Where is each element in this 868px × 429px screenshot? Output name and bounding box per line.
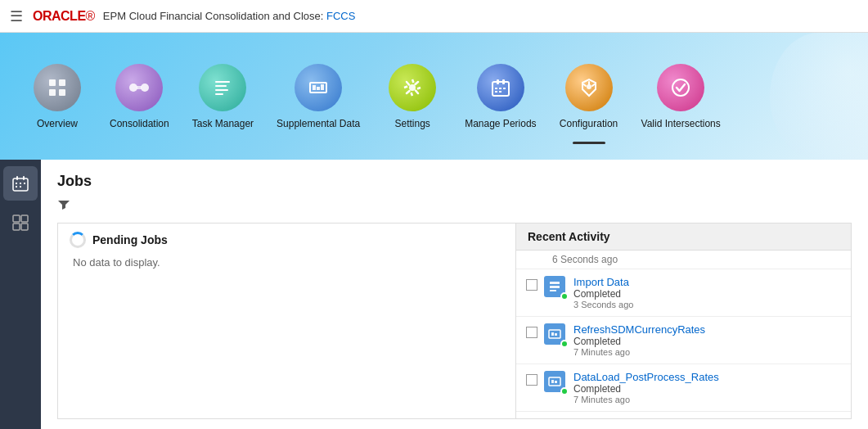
supplemental-data-label: Supplemental Data — [277, 118, 360, 129]
pending-spinner-icon — [70, 232, 86, 248]
recent-time-2: 7 Minutes ago — [573, 395, 841, 404]
svg-rect-7 — [215, 81, 230, 83]
recent-time-1: 7 Minutes ago — [573, 347, 841, 357]
recent-link-refresh-sdm[interactable]: RefreshSDMCurrencyRates — [573, 323, 841, 336]
svg-rect-18 — [502, 79, 505, 84]
overview-icon-circle — [34, 64, 81, 111]
svg-point-25 — [672, 79, 689, 96]
main-content: Jobs Pending Jobs No data to display. Re… — [41, 160, 868, 429]
page-title: Jobs — [57, 173, 852, 190]
recent-text-0: Import Data Completed 3 Seconds ago — [573, 276, 841, 309]
top-bar: ☰ ORACLE® EPM Cloud Financial Consolidat… — [0, 0, 868, 33]
svg-point-5 — [141, 84, 149, 92]
nav-item-consolidation[interactable]: Consolidation — [98, 56, 181, 138]
svg-rect-27 — [16, 176, 18, 180]
svg-rect-40 — [550, 290, 556, 291]
sidebar-item-grid[interactable] — [3, 205, 38, 240]
nav-item-valid-intersections[interactable]: Valid Intersections — [630, 56, 732, 138]
svg-point-15 — [409, 84, 416, 91]
pending-jobs-header: Pending Jobs — [70, 232, 504, 248]
svg-rect-9 — [215, 89, 228, 91]
nav-item-overview[interactable]: Overview — [16, 56, 98, 138]
recent-status-0: Completed — [573, 288, 841, 300]
two-panel: Pending Jobs No data to display. Recent … — [57, 223, 852, 419]
svg-rect-32 — [16, 186, 17, 187]
recent-icon-wrap-1 — [544, 323, 567, 346]
pending-jobs-title: Pending Jobs — [92, 233, 168, 246]
status-dot-1 — [560, 340, 569, 348]
svg-rect-47 — [555, 381, 557, 383]
svg-rect-28 — [23, 176, 25, 180]
recent-time-0: 3 Seconds ago — [573, 300, 841, 309]
svg-rect-21 — [503, 88, 506, 89]
manage-periods-label: Manage Periods — [465, 118, 536, 129]
recent-item-checkbox-0[interactable] — [526, 279, 537, 291]
svg-rect-10 — [215, 93, 223, 95]
svg-rect-12 — [313, 85, 316, 90]
nav-item-manage-periods[interactable]: Manage Periods — [453, 56, 547, 138]
svg-rect-19 — [495, 88, 497, 89]
svg-rect-29 — [16, 183, 17, 184]
sidebar — [0, 160, 41, 429]
svg-rect-20 — [499, 88, 501, 89]
recent-activity-panel: Recent Activity 6 Seconds ago — [516, 224, 851, 418]
nav-item-settings[interactable]: Settings — [371, 56, 453, 138]
svg-rect-3 — [59, 89, 65, 96]
recent-link-dataload-post[interactable]: DataLoad_PostProcess_Rates — [573, 371, 841, 383]
recent-text-2: DataLoad_PostProcess_Rates Completed 7 M… — [573, 371, 841, 404]
valid-intersections-icon-circle — [657, 64, 704, 111]
svg-rect-43 — [555, 333, 557, 336]
filter-icon[interactable] — [57, 198, 852, 214]
recent-top-time: 6 Seconds ago — [516, 251, 851, 269]
configuration-icon-circle — [565, 64, 613, 111]
svg-rect-23 — [499, 91, 501, 93]
recent-item-checkbox-1[interactable] — [526, 327, 537, 338]
svg-rect-0 — [49, 79, 56, 86]
nav-item-task-manager[interactable]: Task Manager — [181, 56, 265, 138]
svg-rect-30 — [20, 183, 21, 184]
recent-status-1: Completed — [573, 336, 841, 347]
recent-item-import-data: Import Data Completed 3 Seconds ago — [516, 269, 851, 317]
svg-rect-22 — [495, 91, 497, 93]
consolidation-label: Consolidation — [110, 118, 169, 129]
status-dot-2 — [560, 387, 569, 395]
configuration-label: Configuration — [560, 118, 618, 129]
no-data-message: No data to display. — [73, 256, 504, 269]
svg-rect-2 — [49, 89, 56, 96]
pending-jobs-panel: Pending Jobs No data to display. — [58, 224, 516, 418]
nav-area: Overview Consolidation Ta — [0, 33, 868, 160]
hamburger-menu[interactable]: ☰ — [10, 7, 23, 25]
svg-point-4 — [129, 84, 137, 92]
svg-rect-35 — [21, 215, 28, 222]
svg-rect-36 — [13, 224, 20, 230]
svg-rect-13 — [317, 87, 320, 90]
oracle-logo: ORACLE® — [33, 9, 95, 24]
recent-status-2: Completed — [573, 383, 841, 395]
svg-rect-1 — [59, 79, 65, 86]
task-manager-label: Task Manager — [192, 118, 254, 129]
svg-rect-26 — [13, 178, 28, 191]
svg-rect-39 — [550, 286, 560, 288]
settings-label: Settings — [394, 118, 430, 129]
svg-rect-42 — [551, 332, 554, 336]
settings-icon-circle — [389, 64, 436, 111]
sidebar-item-calendar[interactable] — [3, 166, 38, 201]
supplemental-data-icon-circle — [295, 64, 342, 111]
nav-item-configuration[interactable]: Configuration — [548, 56, 630, 138]
recent-icon-wrap-0 — [544, 276, 567, 299]
valid-intersections-label: Valid Intersections — [641, 118, 721, 129]
recent-text-1: RefreshSDMCurrencyRates Completed 7 Minu… — [573, 323, 841, 357]
recent-item-dataload-post: DataLoad_PostProcess_Rates Completed 7 M… — [516, 364, 851, 412]
task-manager-icon-circle — [199, 64, 246, 111]
content-area: Jobs Pending Jobs No data to display. Re… — [0, 160, 868, 429]
nav-item-supplemental-data[interactable]: Supplemental Data — [265, 56, 371, 138]
recent-item-checkbox-2[interactable] — [526, 374, 537, 386]
svg-rect-14 — [321, 84, 324, 90]
svg-rect-8 — [215, 85, 227, 87]
recent-item-refresh-sdm: RefreshSDMCurrencyRates Completed 7 Minu… — [516, 317, 851, 364]
status-dot-0 — [560, 292, 569, 300]
svg-rect-37 — [21, 224, 28, 230]
recent-link-import-data[interactable]: Import Data — [573, 276, 841, 288]
recent-icon-wrap-2 — [544, 371, 567, 394]
svg-rect-6 — [137, 86, 142, 89]
